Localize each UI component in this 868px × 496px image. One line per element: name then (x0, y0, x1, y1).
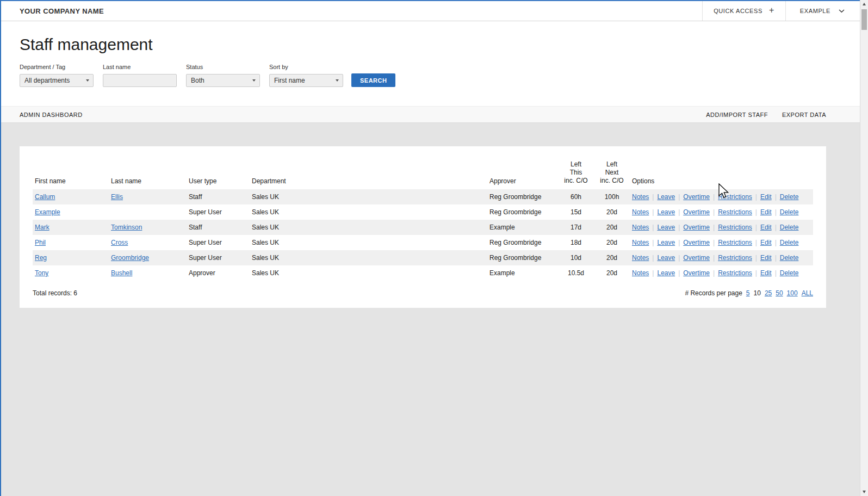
left-this-cell: 60h (558, 189, 594, 204)
topbar: YOUR COMPANY NAME QUICK ACCESS + EXAMPLE (1, 1, 860, 21)
user-type-cell: Super User (187, 250, 250, 265)
first-name-cell: Callum (33, 189, 109, 204)
records-per-page-5[interactable]: 5 (746, 289, 750, 297)
option-edit-link[interactable]: Edit (760, 239, 772, 246)
option-notes-link[interactable]: Notes (632, 208, 649, 216)
quick-access-button[interactable]: QUICK ACCESS + (702, 1, 785, 21)
approver-cell: Reg Groombridge (487, 235, 558, 250)
option-notes-link[interactable]: Notes (632, 269, 649, 277)
left-next-cell: 20d (594, 235, 630, 250)
last-name-link[interactable]: Tomkinson (111, 224, 142, 231)
staff-row: RegGroombridgeSuper UserSales UKReg Groo… (33, 250, 813, 265)
first-name-link[interactable]: Phil (35, 239, 46, 246)
search-button[interactable]: SEARCH (351, 73, 395, 87)
first-name-link[interactable]: Callum (35, 193, 55, 201)
records-per-page-25[interactable]: 25 (765, 289, 772, 297)
admin-dashboard-link[interactable]: ADMIN DASHBOARD (20, 111, 83, 118)
option-separator: | (755, 208, 757, 216)
last-name-cell (109, 204, 187, 220)
last-name-input[interactable] (103, 74, 177, 87)
last-name-link[interactable]: Bushell (111, 269, 132, 277)
option-notes-link[interactable]: Notes (632, 254, 649, 262)
option-delete-link[interactable]: Delete (780, 193, 799, 201)
department-select[interactable]: All departments (20, 74, 94, 87)
records-per-page-options: 5102550100ALL (742, 289, 813, 297)
scroll-up-button[interactable] (860, 0, 868, 8)
option-notes-link[interactable]: Notes (632, 193, 649, 201)
account-menu-button[interactable]: EXAMPLE (785, 1, 860, 21)
last-name-cell: Cross (109, 235, 187, 250)
col-header-left-next: Left Next inc. C/O (594, 160, 630, 189)
scroll-down-icon (863, 491, 866, 493)
status-select[interactable]: Both (186, 74, 260, 87)
option-edit-link[interactable]: Edit (760, 254, 772, 262)
first-name-cell: Phil (33, 235, 109, 250)
option-edit-link[interactable]: Edit (760, 208, 772, 216)
option-separator: | (678, 269, 680, 277)
scroll-down-button[interactable] (860, 488, 868, 496)
option-leave-link[interactable]: Leave (657, 254, 675, 262)
option-restrictions-link[interactable]: Restrictions (718, 239, 752, 246)
user-type-cell: Staff (187, 189, 250, 204)
option-separator: | (678, 239, 680, 246)
option-delete-link[interactable]: Delete (780, 254, 799, 262)
option-leave-link[interactable]: Leave (657, 239, 675, 246)
left-next-cell: 100h (594, 189, 630, 204)
option-delete-link[interactable]: Delete (780, 208, 799, 216)
option-separator: | (652, 193, 654, 201)
option-overtime-link[interactable]: Overtime (683, 193, 710, 201)
option-leave-link[interactable]: Leave (657, 208, 675, 216)
option-notes-link[interactable]: Notes (632, 239, 649, 246)
table-header-row: First name Last name User type Departmen… (33, 160, 813, 189)
option-leave-link[interactable]: Leave (657, 269, 675, 277)
option-edit-link[interactable]: Edit (760, 269, 772, 277)
records-per-page-100[interactable]: 100 (787, 289, 798, 297)
first-name-link[interactable]: Mark (35, 224, 49, 231)
last-name-link[interactable]: Groombridge (111, 254, 149, 262)
first-name-cell: Example (33, 204, 109, 220)
option-restrictions-link[interactable]: Restrictions (718, 224, 752, 231)
first-name-link[interactable]: Tony (35, 269, 48, 277)
records-per-page-50[interactable]: 50 (776, 289, 783, 297)
option-notes-link[interactable]: Notes (632, 224, 649, 231)
total-records: Total records: 6 (33, 289, 77, 297)
option-delete-link[interactable]: Delete (780, 224, 799, 231)
add-import-staff-link[interactable]: ADD/IMPORT STAFF (706, 111, 768, 118)
last-name-link[interactable]: Ellis (111, 193, 123, 201)
department-cell: Sales UK (250, 204, 487, 220)
option-restrictions-link[interactable]: Restrictions (718, 254, 752, 262)
option-separator: | (652, 208, 654, 216)
option-delete-link[interactable]: Delete (780, 269, 799, 277)
option-edit-link[interactable]: Edit (760, 224, 772, 231)
option-restrictions-link[interactable]: Restrictions (718, 269, 752, 277)
plus-icon: + (769, 5, 774, 15)
sort-by-select[interactable]: First name (269, 74, 343, 87)
staff-table: First name Last name User type Departmen… (33, 160, 813, 281)
scrollbar[interactable] (860, 0, 868, 496)
page-header: Staff management Department / Tag All de… (1, 21, 860, 106)
option-leave-link[interactable]: Leave (657, 224, 675, 231)
option-restrictions-link[interactable]: Restrictions (718, 193, 752, 201)
scrollbar-thumb[interactable] (861, 9, 867, 30)
option-delete-link[interactable]: Delete (780, 239, 799, 246)
option-overtime-link[interactable]: Overtime (683, 254, 710, 262)
col-header-options: Options (630, 160, 813, 189)
first-name-link[interactable]: Reg (35, 254, 47, 262)
option-overtime-link[interactable]: Overtime (683, 269, 710, 277)
option-overtime-link[interactable]: Overtime (683, 239, 710, 246)
company-name: YOUR COMPANY NAME (1, 1, 104, 21)
option-restrictions-link[interactable]: Restrictions (718, 208, 752, 216)
col-header-left-this: Left This inc. C/O (558, 160, 594, 189)
records-per-page-all[interactable]: ALL (802, 289, 813, 297)
option-edit-link[interactable]: Edit (760, 193, 772, 201)
staff-row: ExampleSuper UserSales UKReg Groombridge… (33, 204, 813, 220)
option-overtime-link[interactable]: Overtime (683, 224, 710, 231)
option-separator: | (775, 208, 777, 216)
option-leave-link[interactable]: Leave (657, 193, 675, 201)
last-name-link[interactable]: Cross (111, 239, 128, 246)
option-separator: | (713, 239, 715, 246)
first-name-link[interactable]: Example (35, 208, 60, 216)
option-overtime-link[interactable]: Overtime (683, 208, 710, 216)
export-data-link[interactable]: EXPORT DATA (782, 111, 826, 118)
option-separator: | (678, 208, 680, 216)
